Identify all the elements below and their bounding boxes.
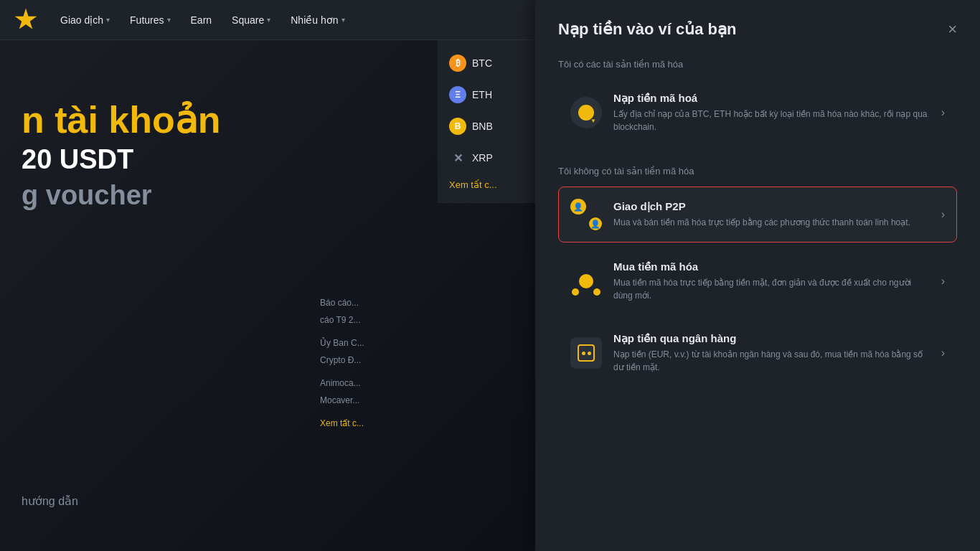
coin-item-eth[interactable]: Ξ ETH: [438, 79, 538, 110]
bank-text: Nạp tiền qua ngân hàng Nạp tiền (EUR, v.…: [613, 332, 930, 374]
hero-guide: hướng dẫn: [22, 494, 78, 508]
chevron-down-icon: ▾: [167, 16, 171, 24]
panel-header: Nạp tiền vào ví của bạn ×: [558, 20, 957, 39]
crypto-deposit-arrow: ›: [941, 106, 945, 119]
see-all-coins[interactable]: Xem tất c...: [438, 174, 538, 196]
p2p-text: Giao dịch P2P Mua và bán tiền mã hóa trự…: [613, 200, 930, 229]
close-button[interactable]: ×: [948, 22, 957, 37]
nav-item-giao-dich[interactable]: Giao dịch ▾: [52, 9, 118, 32]
nav-item-more[interactable]: Nhiều hơn ▾: [282, 9, 353, 32]
panel-title: Nạp tiền vào ví của bạn: [558, 20, 736, 39]
p2p-icon: 👤 👤: [570, 199, 602, 230]
hero-voucher: g voucher: [22, 178, 221, 213]
coin-list: ₿ BTC Ξ ETH B BNB ✕ XRP Xem tất c...: [438, 40, 538, 203]
nav-item-square[interactable]: Square ▾: [223, 9, 279, 32]
buy-crypto-text: Mua tiền mã hóa Mua tiền mã hóa trực tiế…: [613, 260, 930, 302]
crypto-deposit-text: Nạp tiền mã hoá Lấy địa chỉ nạp của BTC,…: [613, 92, 930, 133]
section2-label: Tôi không có tài sản tiền mã hóa: [558, 166, 957, 176]
buy-crypto-title: Mua tiền mã hóa: [613, 260, 930, 273]
p2p-option[interactable]: 👤 👤 Giao dịch P2P Mua và bán tiền mã hóa…: [558, 187, 957, 242]
bank-icon: [570, 337, 602, 369]
news-item-3[interactable]: Animoca...Mocaver...: [320, 375, 440, 409]
hero-title: n tài khoản: [22, 98, 221, 142]
bank-arrow: ›: [941, 347, 945, 359]
coin-item-bnb[interactable]: B BNB: [438, 110, 538, 142]
crypto-deposit-title: Nạp tiền mã hoá: [613, 92, 930, 105]
coin-item-xrp[interactable]: ✕ XRP: [438, 142, 538, 174]
coin-symbol-eth: ETH: [472, 89, 492, 100]
bnb-icon: B: [449, 118, 466, 135]
coin-symbol-btc: BTC: [472, 57, 492, 69]
coin-symbol-bnb: BNB: [472, 121, 493, 132]
crypto-deposit-option[interactable]: Nạp tiền mã hoá Lấy địa chỉ nạp của BTC,…: [558, 80, 957, 146]
buy-crypto-desc: Mua tiền mã hóa trực tiếp bằng tiền mặt,…: [613, 276, 930, 302]
coin-item-btc[interactable]: ₿ BTC: [438, 47, 538, 79]
eth-icon: Ξ: [449, 86, 466, 103]
deposit-panel: Nạp tiền vào ví của bạn × Tôi có các tài…: [535, 0, 980, 551]
crypto-deposit-icon: [570, 97, 602, 128]
buy-crypto-arrow: ›: [941, 275, 945, 288]
nav-item-futures[interactable]: Futures ▾: [121, 9, 179, 32]
buy-crypto-icon: [570, 265, 602, 297]
chevron-down-icon: ▾: [267, 16, 270, 24]
chevron-down-icon: ▾: [106, 16, 110, 24]
news-item-2[interactable]: Ủy Ban C...Crypto Đ...: [320, 334, 440, 369]
buy-crypto-option[interactable]: Mua tiền mã hóa Mua tiền mã hóa trực tiế…: [558, 248, 957, 314]
p2p-arrow: ›: [941, 208, 945, 221]
section1-label: Tôi có các tài sản tiền mã hóa: [558, 59, 957, 70]
see-all-news[interactable]: Xem tất c...: [320, 415, 440, 432]
hero-subtitle: 20 USDT: [22, 142, 221, 177]
crypto-deposit-desc: Lấy địa chỉ nạp của BTC, ETH hoặc bất kỳ…: [613, 108, 930, 133]
news-item-1[interactable]: Báo cáo...cáo T9 2...: [320, 294, 440, 329]
bank-deposit-option[interactable]: Nạp tiền qua ngân hàng Nạp tiền (EUR, v.…: [558, 320, 957, 386]
p2p-desc: Mua và bán tiền mã hóa trực tiếp bằng cá…: [613, 216, 930, 229]
logo-icon[interactable]: [14, 9, 37, 32]
bank-title: Nạp tiền qua ngân hàng: [613, 332, 930, 345]
p2p-title: Giao dịch P2P: [613, 200, 930, 213]
news-area: Báo cáo...cáo T9 2... Ủy Ban C...Crypto …: [308, 287, 452, 439]
nav-item-earn[interactable]: Earn: [182, 9, 221, 32]
hero-text: n tài khoản 20 USDT g voucher: [22, 98, 221, 213]
coin-symbol-xrp: XRP: [472, 152, 493, 164]
chevron-down-icon: ▾: [341, 16, 345, 24]
btc-icon: ₿: [449, 55, 466, 72]
xrp-icon: ✕: [449, 149, 466, 166]
bank-desc: Nạp tiền (EUR, v.v.) từ tài khoản ngân h…: [613, 348, 930, 374]
